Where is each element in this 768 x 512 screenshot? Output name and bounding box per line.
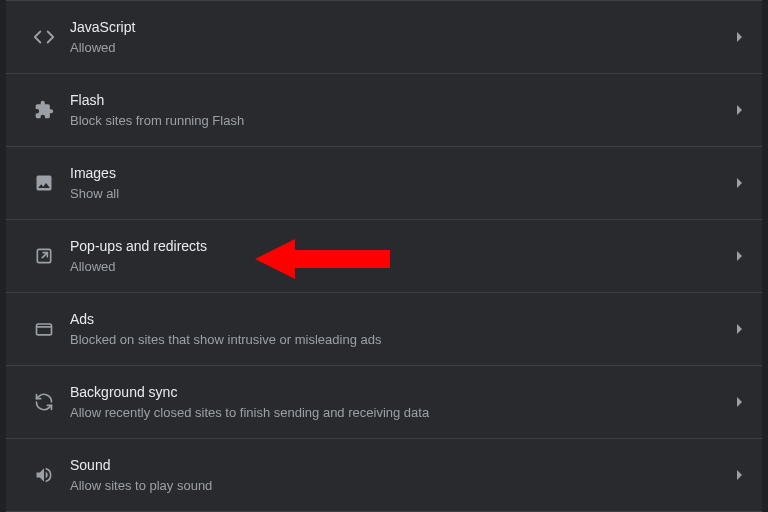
setting-subtitle: Allowed (70, 258, 729, 276)
setting-row-flash[interactable]: Flash Block sites from running Flash (6, 74, 762, 147)
setting-title: Images (70, 163, 729, 183)
chevron-right-icon (737, 178, 742, 188)
setting-texts: Sound Allow sites to play sound (70, 455, 729, 495)
setting-title: Background sync (70, 382, 729, 402)
svg-rect-1 (37, 324, 52, 335)
setting-subtitle: Allow sites to play sound (70, 477, 729, 495)
setting-subtitle: Block sites from running Flash (70, 112, 729, 130)
setting-title: Pop-ups and redirects (70, 236, 729, 256)
setting-texts: Pop-ups and redirects Allowed (70, 236, 729, 276)
chevron-right-icon (737, 105, 742, 115)
setting-texts: Flash Block sites from running Flash (70, 90, 729, 130)
setting-row-ads[interactable]: Ads Blocked on sites that show intrusive… (6, 293, 762, 366)
setting-texts: Background sync Allow recently closed si… (70, 382, 729, 422)
settings-page: JavaScript Allowed Flash Block sites fro… (0, 0, 768, 512)
chevron-right-icon (737, 251, 742, 261)
puzzle-icon (18, 100, 70, 120)
popup-icon (18, 246, 70, 266)
setting-texts: JavaScript Allowed (70, 17, 729, 57)
setting-row-popups[interactable]: Pop-ups and redirects Allowed (6, 220, 762, 293)
setting-title: Flash (70, 90, 729, 110)
chevron-right-icon (737, 324, 742, 334)
setting-title: Sound (70, 455, 729, 475)
chevron-right-icon (737, 397, 742, 407)
sync-icon (18, 392, 70, 412)
setting-row-sound[interactable]: Sound Allow sites to play sound (6, 439, 762, 512)
setting-title: JavaScript (70, 17, 729, 37)
setting-subtitle: Allowed (70, 39, 729, 57)
setting-subtitle: Blocked on sites that show intrusive or … (70, 331, 729, 349)
setting-texts: Ads Blocked on sites that show intrusive… (70, 309, 729, 349)
setting-title: Ads (70, 309, 729, 329)
image-icon (18, 173, 70, 193)
sound-icon (18, 465, 70, 485)
setting-row-javascript[interactable]: JavaScript Allowed (6, 0, 762, 74)
site-settings-list: JavaScript Allowed Flash Block sites fro… (6, 0, 762, 512)
chevron-right-icon (737, 470, 742, 480)
setting-texts: Images Show all (70, 163, 729, 203)
setting-row-images[interactable]: Images Show all (6, 147, 762, 220)
chevron-right-icon (737, 32, 742, 42)
setting-subtitle: Allow recently closed sites to finish se… (70, 404, 729, 422)
code-icon (18, 26, 70, 48)
setting-subtitle: Show all (70, 185, 729, 203)
setting-row-background-sync[interactable]: Background sync Allow recently closed si… (6, 366, 762, 439)
ads-icon (18, 319, 70, 339)
